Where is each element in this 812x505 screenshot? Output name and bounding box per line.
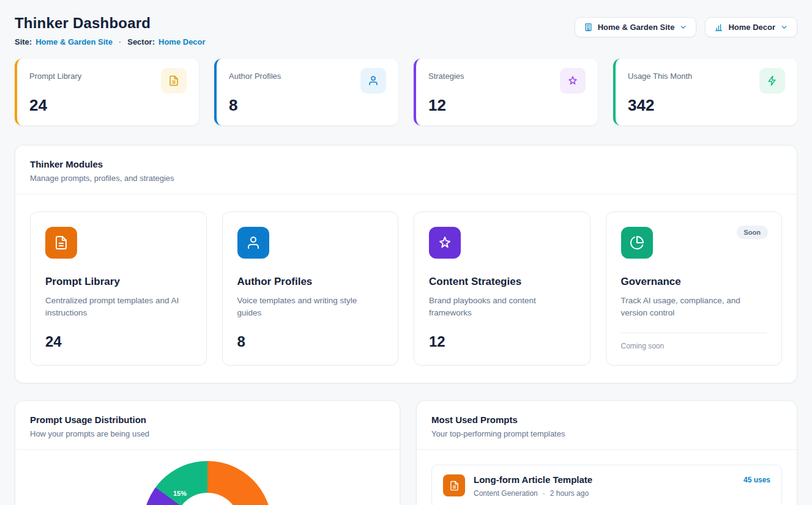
module-description: Track AI usage, compliance, and version … [621, 295, 767, 320]
site-label: Site: [15, 37, 32, 46]
modules-header: Thinker Modules Manage prompts, profiles… [15, 146, 797, 194]
chevron-down-icon [780, 23, 788, 31]
modules-title: Thinker Modules [30, 159, 782, 169]
stat-card-usage[interactable]: Usage This Month 342 [613, 59, 797, 125]
chart-area: 15% [15, 450, 400, 505]
separator-dot: · [543, 489, 545, 498]
module-card-author-profiles[interactable]: Author Profiles Voice templates and writ… [222, 212, 399, 366]
prompt-category: Content Generation [474, 489, 538, 498]
site-dropdown-label: Home & Garden Site [598, 23, 675, 32]
bottom-row: Prompt Usage Distribution How your promp… [15, 400, 797, 505]
module-count: 24 [45, 323, 192, 350]
sector-value-link[interactable]: Home Decor [158, 37, 206, 46]
sparkle-icon [560, 68, 586, 94]
module-card-governance[interactable]: Soon Governance Track AI usage, complian… [606, 212, 783, 366]
stat-label: Strategies [428, 68, 464, 81]
usage-subtitle: How your prompts are being used [30, 429, 385, 438]
module-title: Author Profiles [237, 276, 384, 288]
modules-subtitle: Manage prompts, profiles, and strategies [30, 174, 782, 183]
donut-segment-label: 15% [173, 490, 187, 497]
prompts-header: Most Used Prompts Your top-performing pr… [417, 401, 797, 449]
site-sector-breadcrumb: Site: Home & Garden Site · Sector: Home … [15, 37, 206, 46]
module-count: 12 [429, 323, 575, 350]
module-description: Brand playbooks and content frameworks [429, 295, 575, 320]
page-header: Thinker Dashboard Site: Home & Garden Si… [15, 12, 797, 46]
modules-grid: Prompt Library Centralized prompt templa… [15, 194, 797, 383]
document-icon [443, 474, 465, 496]
stat-label: Prompt Library [29, 68, 81, 81]
lightning-icon [759, 68, 785, 94]
usage-header: Prompt Usage Distribution How your promp… [15, 401, 400, 449]
prompt-info: Long-form Article Template Content Gener… [474, 474, 735, 498]
bar-chart-icon [714, 23, 723, 32]
soon-badge: Soon [737, 226, 769, 239]
document-icon [161, 68, 187, 94]
building-icon [584, 23, 593, 32]
stat-card-prompt-library[interactable]: Prompt Library 24 [15, 59, 199, 125]
module-title: Content Strategies [429, 276, 575, 288]
list-item[interactable]: Long-form Article Template Content Gener… [431, 465, 782, 505]
stat-value: 12 [428, 96, 586, 115]
prompt-uses-badge: 45 uses [743, 474, 770, 484]
pie-chart-icon [621, 227, 653, 259]
module-card-prompt-library[interactable]: Prompt Library Centralized prompt templa… [30, 212, 207, 366]
stat-value: 342 [628, 96, 785, 115]
prompt-title: Long-form Article Template [474, 474, 735, 485]
stat-card-author-profiles[interactable]: Author Profiles 8 [214, 59, 398, 125]
header-actions: Home & Garden Site Home Decor [575, 17, 797, 37]
sector-dropdown[interactable]: Home Decor [705, 17, 797, 37]
stat-value: 24 [29, 96, 187, 115]
stats-row: Prompt Library 24 Author Profiles 8 Stra… [15, 59, 797, 125]
chevron-down-icon [679, 23, 687, 31]
site-value-link[interactable]: Home & Garden Site [35, 37, 113, 46]
module-count: 8 [237, 323, 384, 350]
module-title: Governance [621, 276, 767, 288]
donut-chart[interactable]: 15% [143, 461, 272, 505]
header-left: Thinker Dashboard Site: Home & Garden Si… [15, 12, 206, 46]
stat-value: 8 [229, 96, 386, 115]
stat-card-strategies[interactable]: Strategies 12 [414, 59, 598, 125]
module-title: Prompt Library [45, 276, 192, 288]
stat-label: Usage This Month [628, 68, 692, 81]
most-used-prompts-card: Most Used Prompts Your top-performing pr… [416, 400, 797, 505]
person-icon [237, 227, 269, 259]
prompts-title: Most Used Prompts [431, 415, 782, 425]
dashboard-page: Thinker Dashboard Site: Home & Garden Si… [0, 0, 812, 505]
document-icon [45, 227, 77, 259]
coming-soon-label: Coming soon [621, 333, 767, 350]
separator-dot: · [119, 37, 121, 46]
prompt-time: 2 hours ago [550, 489, 589, 498]
prompts-list: Long-form Article Template Content Gener… [417, 450, 797, 505]
sector-dropdown-label: Home Decor [728, 23, 775, 32]
page-title: Thinker Dashboard [15, 15, 206, 32]
site-dropdown[interactable]: Home & Garden Site [575, 17, 697, 37]
usage-title: Prompt Usage Distribution [30, 415, 385, 425]
person-icon [360, 68, 386, 94]
thinker-modules-panel: Thinker Modules Manage prompts, profiles… [15, 145, 797, 383]
prompts-subtitle: Your top-performing prompt templates [431, 429, 782, 438]
module-description: Voice templates and writing style guides [237, 295, 384, 320]
module-description: Centralized prompt templates and AI inst… [45, 295, 192, 320]
prompt-meta: Content Generation · 2 hours ago [474, 489, 735, 498]
prompt-usage-card: Prompt Usage Distribution How your promp… [15, 400, 400, 505]
stat-label: Author Profiles [229, 68, 281, 81]
sparkle-icon [429, 227, 461, 259]
sector-label: Sector: [127, 37, 155, 46]
module-card-content-strategies[interactable]: Content Strategies Brand playbooks and c… [414, 212, 590, 366]
